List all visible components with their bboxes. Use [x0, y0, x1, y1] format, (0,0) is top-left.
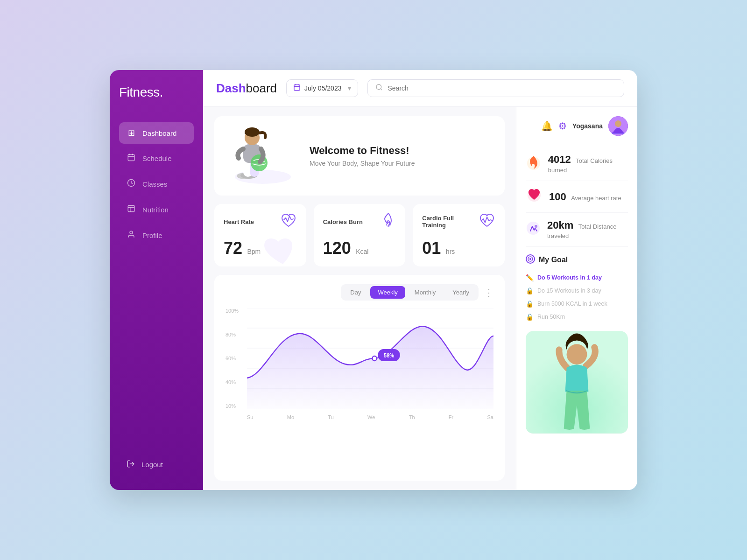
card-title-heart: Heart Rate	[224, 218, 254, 225]
goal-item-3[interactable]: 🔒 Burn 5000 KCAL in 1 week	[526, 297, 628, 310]
svg-rect-5	[128, 205, 134, 212]
tab-day[interactable]: Day	[343, 286, 368, 299]
svg-point-39	[535, 225, 537, 228]
sidebar-label-dashboard: Dashboard	[142, 129, 176, 137]
chevron-down-icon: ▾	[348, 84, 351, 92]
lock-icon-2: 🔒	[526, 300, 534, 308]
calories-fire-icon	[526, 154, 542, 174]
svg-rect-10	[294, 85, 300, 91]
sidebar-label-nutrition: Nutrition	[142, 206, 169, 214]
sidebar-item-dashboard[interactable]: ⊞ Dashboard	[119, 122, 194, 144]
distance-icon	[526, 221, 541, 239]
card-value-cardio: 01 hrs	[422, 238, 495, 258]
y-axis-labels: 10% 40% 60% 80% 100%	[226, 308, 242, 409]
tab-weekly[interactable]: Weekly	[370, 286, 405, 299]
bell-icon[interactable]: 🔔	[541, 120, 553, 132]
calories-info: 4012 Total Calories burned	[548, 154, 628, 174]
more-icon[interactable]: ⋮	[484, 287, 493, 298]
tab-yearly[interactable]: Yearly	[445, 286, 477, 299]
goal-icon	[526, 254, 535, 266]
calendar-picker-icon	[293, 84, 301, 93]
app-container: Fitness. ⊞ Dashboard Schedule	[110, 70, 637, 490]
user-avatar	[608, 116, 628, 136]
search-bar	[367, 79, 624, 97]
header: Dashboard July 05/2023 ▾	[203, 70, 637, 107]
lock-icon-1: 🔒	[526, 287, 534, 294]
calories-value: 4012	[548, 154, 571, 165]
distance-value: 20km	[547, 219, 573, 231]
goal-item-4[interactable]: 🔒 Run 50Km	[526, 310, 628, 323]
logo-bold: Fit	[119, 85, 133, 99]
heart-value: 100	[549, 191, 566, 203]
logout-label: Logout	[141, 461, 163, 469]
card-header-calories: Calories Burn	[323, 212, 396, 231]
sidebar-item-schedule[interactable]: Schedule	[119, 147, 194, 169]
card-value-calories: 120 Kcal	[323, 238, 396, 258]
sidebar-item-nutrition[interactable]: Nutrition	[119, 199, 194, 221]
sidebar-item-classes[interactable]: Classes	[119, 173, 194, 195]
pencil-icon: ✏️	[526, 274, 534, 281]
cardio-icon	[479, 212, 495, 231]
heart-info: 100 Average heart rate	[549, 191, 621, 203]
search-icon	[375, 84, 383, 93]
body-content: Welcome to Fitness! Move Your Body, Shap…	[203, 107, 637, 490]
title-bold: Dash	[216, 81, 246, 95]
sidebar-item-profile[interactable]: Profile	[119, 224, 194, 246]
welcome-subtitle: Move Your Body, Shape Your Future	[310, 160, 493, 167]
welcome-card: Welcome to Fitness! Move Your Body, Shap…	[214, 116, 505, 196]
svg-point-8	[130, 231, 133, 234]
card-title-cardio: Cardio Full Training	[422, 215, 479, 229]
sidebar: Fitness. ⊞ Dashboard Schedule	[110, 70, 203, 490]
sidebar-label-classes: Classes	[142, 180, 167, 188]
goal-section: My Goal ✏️ Do 5 Workouts in 1 day 🔒 Do 1…	[526, 254, 628, 323]
chart-svg: 58%	[247, 308, 493, 409]
cardio-card: Cardio Full Training 01 hrs	[413, 204, 505, 266]
sidebar-nav: ⊞ Dashboard Schedule Classes	[119, 122, 194, 454]
svg-point-31	[373, 356, 377, 361]
stats-row: Heart Rate 72 Bpm	[214, 204, 505, 266]
welcome-text: Welcome to Fitness! Move Your Body, Shap…	[310, 145, 493, 167]
card-title-calories: Calories Burn	[323, 218, 363, 225]
svg-point-44	[567, 344, 587, 364]
settings-icon[interactable]: ⚙	[558, 120, 567, 132]
calories-burn-card: Calories Burn 120 Kcal	[314, 204, 406, 266]
x-axis-labels: Su Mo Tu We Th Fr Sa	[247, 414, 493, 420]
app-logo: Fitness.	[119, 85, 194, 100]
heart-stat: 100 Average heart rate	[526, 181, 628, 213]
date-picker[interactable]: July 05/2023 ▾	[286, 79, 358, 97]
main-content: Dashboard July 05/2023 ▾	[203, 70, 637, 490]
sidebar-label-schedule: Schedule	[142, 154, 172, 162]
user-info: 🔔 ⚙ Yogasana	[526, 116, 628, 136]
fitness-image	[526, 331, 628, 481]
heartrate-icon	[280, 212, 297, 231]
svg-point-14	[376, 84, 381, 90]
sidebar-label-profile: Profile	[142, 231, 162, 239]
card-header-cardio: Cardio Full Training	[422, 212, 495, 231]
calendar-icon	[127, 153, 136, 164]
chart-section: Day Weekly Monthly Yearly ⋮ 10% 40% 60% …	[214, 275, 505, 481]
date-value: July 05/2023	[304, 84, 341, 92]
heart-rate-icon	[526, 188, 543, 206]
goal-item-2[interactable]: 🔒 Do 15 Workouts in 3 day	[526, 284, 628, 297]
svg-point-42	[529, 258, 531, 260]
goal-title: My Goal	[526, 254, 628, 266]
svg-point-35	[615, 120, 621, 127]
distance-info: 20km Total Distance traveled	[547, 219, 628, 240]
svg-rect-0	[128, 154, 134, 161]
card-header-heart: Heart Rate	[224, 212, 297, 231]
tab-monthly[interactable]: Monthly	[407, 286, 444, 299]
search-input[interactable]	[388, 84, 616, 92]
profile-icon	[127, 230, 136, 241]
title-light: board	[246, 81, 277, 95]
right-panel: 🔔 ⚙ Yogasana	[516, 107, 637, 490]
nutrition-icon	[127, 204, 136, 215]
logout-button[interactable]: Logout	[119, 454, 194, 475]
goal-item-1[interactable]: ✏️ Do 5 Workouts in 1 day	[526, 271, 628, 284]
distance-stat: 20km Total Distance traveled	[526, 213, 628, 247]
username: Yogasana	[572, 122, 603, 130]
lock-icon-3: 🔒	[526, 313, 534, 321]
athlete-image	[226, 126, 300, 186]
clock-icon	[127, 179, 136, 189]
chart-area: 10% 40% 60% 80% 100%	[226, 308, 493, 420]
dashboard-icon: ⊞	[127, 128, 136, 138]
